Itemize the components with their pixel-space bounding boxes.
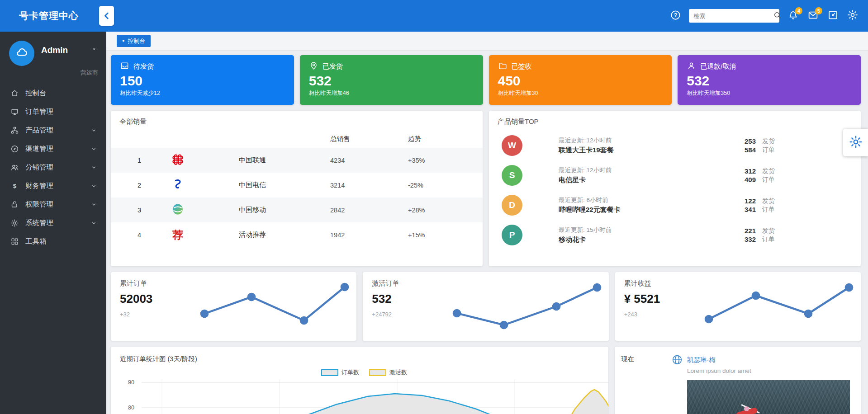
home-icon bbox=[10, 89, 19, 98]
sidebar-item-system[interactable]: 系统管理 bbox=[0, 214, 106, 232]
inbox-icon bbox=[120, 61, 129, 72]
legend-item-orders: 订单数 bbox=[321, 368, 359, 376]
chevron-down-icon bbox=[90, 127, 97, 134]
settings-button[interactable] bbox=[846, 9, 859, 22]
sidebar-item-toolbox[interactable]: 工具箱 bbox=[0, 232, 106, 251]
tab-console[interactable]: ● 控制台 bbox=[117, 35, 151, 47]
photo-person bbox=[744, 406, 749, 411]
recommend-logo-icon: 荐 bbox=[172, 230, 183, 240]
china-mobile-logo-icon bbox=[171, 202, 185, 217]
timeline-subtitle: Lorem ipsun dolor amet bbox=[687, 367, 861, 374]
legend-item-activations: 激活数 bbox=[369, 368, 407, 376]
author-link[interactable]: 凯瑟琳·梅 bbox=[687, 356, 716, 364]
sidebar-item-console[interactable]: 控制台 bbox=[0, 84, 106, 103]
product-avatar: D bbox=[502, 195, 522, 216]
sparkline-chart bbox=[700, 278, 854, 332]
cloud-icon bbox=[14, 45, 29, 61]
top-navbar: 号卡管理中心 4 5 bbox=[0, 0, 868, 32]
chart-legend: 订单数 激活数 bbox=[120, 368, 608, 376]
chevron-down-icon bbox=[90, 201, 97, 208]
product-avatar: S bbox=[502, 165, 522, 186]
timeline-time-label: 现在 bbox=[621, 354, 671, 363]
notifications-badge: 4 bbox=[795, 7, 802, 14]
stat-note: 相比昨天增加350 bbox=[687, 89, 852, 97]
chevron-down-icon bbox=[90, 183, 97, 189]
theme-settings-button[interactable] bbox=[843, 129, 868, 156]
table-header: 总销售 趋势 bbox=[111, 130, 483, 148]
chevron-down-icon bbox=[90, 164, 97, 171]
messages-button[interactable]: 5 bbox=[806, 9, 819, 22]
user-menu[interactable]: Admin bbox=[0, 32, 106, 69]
sidebar-item-distribution[interactable]: 分销管理 bbox=[0, 158, 106, 177]
fullscreen-button[interactable] bbox=[826, 9, 839, 22]
fullscreen-icon bbox=[827, 9, 839, 23]
table-row: 1 中国联通 4234 +35% bbox=[111, 148, 483, 173]
gear-icon bbox=[847, 9, 859, 23]
search-input[interactable] bbox=[689, 13, 773, 19]
tab-bar: ● 控制台 bbox=[106, 32, 868, 51]
location-pin-icon bbox=[309, 61, 318, 72]
sidebar-item-channels[interactable]: 渠道管理 bbox=[0, 140, 106, 158]
globe-icon bbox=[671, 354, 683, 366]
stat-value: 532 bbox=[687, 73, 852, 89]
product-updated: 最近更新: 12小时前 bbox=[559, 166, 612, 174]
mini-stat-activated-orders: 激活订单 532 +24792 bbox=[363, 272, 608, 341]
gear-icon bbox=[10, 219, 19, 227]
product-metrics: 253发货 584订单 bbox=[740, 137, 777, 154]
stat-card-signed: 已签收 450 相比昨天增加30 bbox=[489, 55, 672, 105]
product-avatar: W bbox=[502, 135, 522, 156]
stat-note: 相比昨天减少12 bbox=[120, 89, 285, 97]
stat-value: 532 bbox=[309, 73, 474, 89]
help-button[interactable] bbox=[669, 9, 682, 22]
mini-stat-total-orders: 累计订单 52003 +32 bbox=[111, 272, 356, 341]
table-row: 4 荐 活动推荐 1942 +15% bbox=[111, 222, 483, 247]
chevron-left-icon bbox=[102, 11, 112, 21]
mini-stat-total-revenue: 累计收益 ¥ 5521 +243 bbox=[615, 272, 861, 341]
stat-card-refunded: 已退款/取消 532 相比昨天增加350 bbox=[678, 55, 861, 105]
product-name: 电信星卡 bbox=[559, 176, 612, 184]
table-row: 3 中国移动 2842 +28% bbox=[111, 198, 483, 222]
order-statistics-panel: 近期订单统计图 (3天/阶段) 订单数 激活数 90 80 bbox=[111, 347, 608, 414]
sidebar-item-orders[interactable]: 订单管理 bbox=[0, 103, 106, 121]
stat-note: 相比昨天增加46 bbox=[309, 89, 474, 97]
sitemap-icon bbox=[10, 126, 19, 135]
notifications-button[interactable]: 4 bbox=[787, 9, 799, 22]
column-header-trend: 趋势 bbox=[370, 135, 483, 143]
sidebar-item-products[interactable]: 产品管理 bbox=[0, 121, 106, 140]
chevron-down-icon bbox=[90, 146, 97, 152]
product-metrics: 122发货 341订单 bbox=[740, 197, 777, 214]
top-products-list: W 最近更新: 12小时前 联通大王卡19套餐 253发货 584订单 S 最近… bbox=[489, 131, 861, 250]
top-products-panel: 产品销量TOP W 最近更新: 12小时前 联通大王卡19套餐 253发货 58… bbox=[489, 111, 861, 266]
main-content: ● 控制台 待发货 150 相比昨天减少12 已发货 532 相比昨天增加46 … bbox=[106, 32, 868, 414]
search-icon[interactable] bbox=[773, 11, 782, 21]
product-name: 哔哩哔哩22元套餐卡 bbox=[559, 206, 621, 214]
y-axis-tick: 80 bbox=[128, 405, 134, 411]
legend-swatch bbox=[369, 369, 386, 376]
list-item: D 最近更新: 6小时前 哔哩哔哩22元套餐卡 122发货 341订单 bbox=[489, 190, 861, 220]
search-box bbox=[689, 9, 779, 23]
list-item: P 最近更新: 15小时前 移动花卡 221发货 332订单 bbox=[489, 220, 861, 250]
stat-value: 450 bbox=[498, 73, 663, 89]
product-avatar: P bbox=[502, 225, 522, 245]
sidebar-collapse-button[interactable] bbox=[99, 6, 114, 26]
chevron-down-icon bbox=[90, 220, 97, 226]
dollar-icon bbox=[10, 182, 19, 190]
compass-icon bbox=[10, 145, 19, 153]
legend-swatch bbox=[321, 369, 338, 376]
timeline-photo bbox=[687, 380, 850, 414]
list-item: S 最近更新: 12小时前 电信星卡 312发货 409订单 bbox=[489, 160, 861, 190]
user-name: Admin bbox=[41, 45, 68, 55]
sidebar-item-permissions[interactable]: 权限管理 bbox=[0, 195, 106, 214]
sidebar-menu: 控制台 订单管理 产品管理 渠道管理 分销管理 财务管理 权限管理 bbox=[0, 84, 106, 251]
product-name: 联通大王卡19套餐 bbox=[559, 146, 614, 155]
product-metrics: 221发货 332订单 bbox=[740, 226, 777, 244]
stat-note: 相比昨天增加30 bbox=[498, 89, 663, 97]
product-metrics: 312发货 409订单 bbox=[740, 167, 777, 184]
column-header-total: 总销售 bbox=[293, 135, 370, 143]
gear-icon bbox=[849, 135, 863, 151]
sidebar-item-finance[interactable]: 财务管理 bbox=[0, 177, 106, 195]
chart-title: 近期订单统计图 (3天/阶段) bbox=[120, 355, 608, 363]
stat-card-shipped: 已发货 532 相比昨天增加46 bbox=[300, 55, 483, 105]
messages-badge: 5 bbox=[815, 7, 822, 14]
tab-active-dot: ● bbox=[122, 39, 124, 43]
